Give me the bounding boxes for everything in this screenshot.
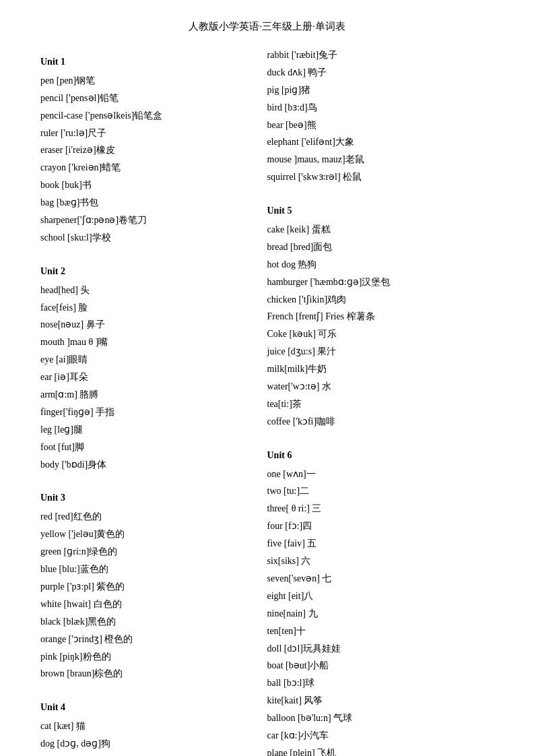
section-gap <box>267 431 494 440</box>
word-entry: mouth ]mau θ ]嘴 <box>40 334 267 351</box>
word-entry: plane [plein] 飞机 <box>267 745 494 756</box>
word-entry: eye [ai]眼睛 <box>40 351 267 369</box>
word-entry: nose[nəuz] 鼻子 <box>40 316 267 334</box>
unit-heading: Unit 4 <box>40 699 267 716</box>
unit-heading: Unit 6 <box>267 447 494 464</box>
word-entry: hot dog 热狗 <box>267 256 494 274</box>
word-entry: squirrel ['skwɜ:rəl] 松鼠 <box>267 168 494 186</box>
word-entry: boat [bəut]小船 <box>267 657 494 674</box>
word-entry: head[hed] 头 <box>40 282 267 299</box>
section-gap <box>40 473 267 482</box>
word-entry: crayon ['kreiən]蜡笔 <box>40 159 267 177</box>
word-entry: ear [iə]耳朵 <box>40 369 267 386</box>
unit-heading: Unit 5 <box>267 202 494 220</box>
word-entry: water['wɔ:tə] 水 <box>267 378 494 396</box>
word-entry: leg [leɡ]腿 <box>40 421 267 439</box>
word-entry: bird [bɜ:d]鸟 <box>267 99 494 117</box>
word-entry: two [tu:]二 <box>267 482 494 500</box>
page-title-upper: 人教版小学英语·三年级上册·单词表 <box>40 20 494 33</box>
word-entry: French [frentʃ] Fries 榨薯条 <box>267 308 494 325</box>
word-entry: one [wʌn]一 <box>267 466 494 483</box>
word-entry: foot [fut]脚 <box>40 439 267 456</box>
word-entry: cake [keik] 蛋糕 <box>267 221 494 239</box>
word-entry: car [kɑ:]小汽车 <box>267 727 494 745</box>
word-entry: bag [bæɡ]书包 <box>40 194 267 212</box>
section-gap <box>267 186 494 195</box>
section-gap <box>40 683 267 692</box>
word-entry: tea[ti:]茶 <box>267 396 494 413</box>
word-entry: ball [bɔ:l]球 <box>267 674 494 692</box>
word-entry: juice [dʒu:s] 果汁 <box>267 343 494 360</box>
word-entry: dog [dɔɡ, dəɡ]狗 <box>40 735 267 753</box>
word-entry: black [blæk]黑色的 <box>40 613 267 631</box>
word-entry: bread [bred]面包 <box>267 239 494 256</box>
word-entry: blue [blu:]蓝色的 <box>40 561 267 578</box>
word-entry: green [ɡri:n]绿色的 <box>40 543 267 561</box>
word-entry: orange ['ɔrindʒ] 橙色的 <box>40 631 267 648</box>
word-entry: elephant ['elifənt]大象 <box>267 133 494 151</box>
word-entry: rabbit ['ræbit]兔子 <box>267 46 494 64</box>
word-entry: eraser [i'reizə]橡皮 <box>40 141 267 159</box>
word-entry: doll [dɔl]玩具娃娃 <box>267 640 494 658</box>
word-entry: ten[ten]十 <box>267 623 494 640</box>
upper-content: Unit 1pen [pen]钢笔pencil ['pensəl]铅笔penci… <box>40 46 494 756</box>
section-gap <box>40 247 267 256</box>
word-entry: body ['bɒdi]身体 <box>40 456 267 474</box>
word-entry: chicken ['tʃikin]鸡肉 <box>267 291 494 309</box>
word-entry: monkey ['mʌŋki]猴子 <box>40 753 267 756</box>
word-entry: eight [eit]八 <box>267 588 494 605</box>
word-entry: pink [piŋk]粉色的 <box>40 648 267 666</box>
word-entry: coffee ['kɔfi]咖啡 <box>267 413 494 431</box>
word-entry: book [buk]书 <box>40 177 267 194</box>
word-entry: red [red]红色的 <box>40 508 267 526</box>
word-entry: bear [beə]熊 <box>267 117 494 134</box>
word-entry: three[ θ ri:] 三 <box>267 500 494 517</box>
word-entry: milk[milk]牛奶 <box>267 360 494 378</box>
word-entry: white [hwait] 白色的 <box>40 596 267 613</box>
word-entry: yellow ['jeləu]黄色的 <box>40 526 267 543</box>
unit-heading: Unit 1 <box>40 53 267 71</box>
word-entry: brown [braun]棕色的 <box>40 665 267 683</box>
word-entry: purple ['pɜ:pl] 紫色的 <box>40 578 267 596</box>
word-entry: mouse ]maus, mauz]老鼠 <box>267 151 494 168</box>
unit-heading: Unit 3 <box>40 489 267 507</box>
upper-left-col: Unit 1pen [pen]钢笔pencil ['pensəl]铅笔penci… <box>40 46 267 756</box>
upper-right-col: rabbit ['ræbit]兔子duck dʌk] 鸭子pig [piɡ]猪b… <box>267 46 494 756</box>
word-entry: hamburger ['hæmbɑ:ɡə]汉堡包 <box>267 274 494 291</box>
word-entry: seven['sevən] 七 <box>267 570 494 588</box>
unit-heading: Unit 2 <box>40 263 267 280</box>
word-entry: arm[ɑ:m] 胳膊 <box>40 386 267 404</box>
word-entry: face[feis] 脸 <box>40 299 267 317</box>
word-entry: sharpener['ʃɑ:pənə]卷笔刀 <box>40 212 267 229</box>
word-entry: four [fɔ:]四 <box>267 517 494 535</box>
word-entry: school [sku:l]学校 <box>40 229 267 247</box>
word-entry: nine[nain] 九 <box>267 605 494 623</box>
word-entry: kite[kait] 风筝 <box>267 692 494 710</box>
word-entry: pencil ['pensəl]铅笔 <box>40 90 267 107</box>
word-entry: six[siks] 六 <box>267 553 494 570</box>
word-entry: finger['fiŋɡə] 手指 <box>40 404 267 421</box>
word-entry: pencil-case ['pensəlkeis]铅笔盒 <box>40 107 267 125</box>
word-entry: cat [kæt] 猫 <box>40 718 267 735</box>
word-entry: balloon [bə'lu:n] 气球 <box>267 710 494 727</box>
word-entry: pig [piɡ]猪 <box>267 82 494 99</box>
word-entry: duck dʌk] 鸭子 <box>267 64 494 82</box>
word-entry: pen [pen]钢笔 <box>40 72 267 90</box>
word-entry: Coke [kəuk] 可乐 <box>267 325 494 343</box>
word-entry: five [faiv] 五 <box>267 535 494 553</box>
word-entry: ruler ['ru:lə]尺子 <box>40 125 267 142</box>
